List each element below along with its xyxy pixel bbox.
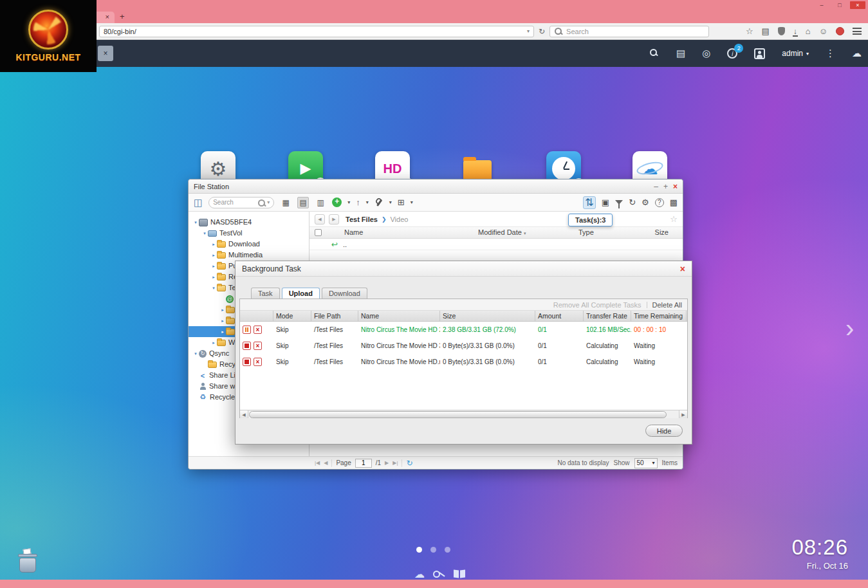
expand-arrow-icon[interactable]: ▸ xyxy=(219,326,226,337)
close-button[interactable]: × xyxy=(680,264,685,274)
bookmark-star-icon[interactable]: ☆ xyxy=(746,26,753,37)
quick-key-icon[interactable] xyxy=(432,568,447,580)
cancel-button[interactable]: × xyxy=(254,358,262,366)
page-dot[interactable] xyxy=(445,547,450,553)
page-size-select[interactable]: 50 ▾ xyxy=(634,458,658,468)
more-options-icon[interactable]: ⋮ xyxy=(826,48,835,59)
copy-move-icon[interactable]: ⊞ xyxy=(398,198,405,208)
downloads-icon[interactable]: ↓ xyxy=(793,28,797,35)
refresh-icon[interactable]: ↻ xyxy=(629,198,636,208)
file-station-titlebar[interactable]: File Station – + × xyxy=(189,179,683,194)
remote-connection-icon[interactable]: ▣ xyxy=(602,198,609,208)
filter-icon[interactable] xyxy=(615,200,623,205)
delete-all-link[interactable]: Delete All xyxy=(652,301,682,309)
chevron-down-icon[interactable]: ▾ xyxy=(366,199,369,205)
columns-icon[interactable]: ▩ xyxy=(670,198,678,208)
next-page-icon[interactable]: ▶ xyxy=(385,460,389,466)
back-button[interactable]: ◀ xyxy=(315,214,325,225)
admin-menu[interactable]: admin ▾ xyxy=(782,49,809,58)
favorite-star-icon[interactable]: ☆ xyxy=(670,214,678,224)
forward-button[interactable]: ▶ xyxy=(329,214,339,225)
expand-arrow-icon[interactable]: ▸ xyxy=(219,304,226,315)
background-task-icon[interactable]: ⇅ xyxy=(583,196,596,209)
column-name[interactable]: Name xyxy=(358,311,440,321)
last-page-icon[interactable]: ▶| xyxy=(392,460,398,466)
tab-close-icon[interactable]: × xyxy=(106,13,109,21)
column-transfer-rate[interactable]: Transfer Rate xyxy=(584,311,631,321)
expand-arrow-icon[interactable]: ▾ xyxy=(192,348,199,359)
file-search-field[interactable]: Search ▾ xyxy=(208,197,274,208)
refresh-icon[interactable]: ↻ xyxy=(406,459,412,468)
select-all-checkbox[interactable] xyxy=(315,229,322,236)
window-maximize-button[interactable]: □ xyxy=(832,1,847,9)
tab-upload[interactable]: Upload xyxy=(282,288,320,299)
cancel-button[interactable]: × xyxy=(254,342,262,350)
adblock-icon[interactable] xyxy=(836,27,844,35)
column-size[interactable]: Size xyxy=(655,228,669,236)
expand-arrow-icon[interactable]: ▸ xyxy=(210,337,217,348)
task-row[interactable]: × Skip /Test Files Nitro Circus The Movi… xyxy=(240,338,687,354)
prev-page-icon[interactable]: ◀ xyxy=(324,460,328,466)
expand-arrow-icon[interactable]: ▸ xyxy=(210,261,217,271)
minimize-button[interactable]: – xyxy=(654,183,658,190)
expand-arrow-icon[interactable]: ▸ xyxy=(210,271,217,282)
shield-icon[interactable] xyxy=(778,27,785,35)
tools-icon[interactable] xyxy=(374,198,383,207)
page-input[interactable] xyxy=(355,459,372,468)
cancel-button[interactable]: × xyxy=(254,326,262,334)
stop-button[interactable] xyxy=(243,342,251,350)
expand-arrow-icon[interactable]: ▾ xyxy=(192,217,199,228)
hide-button[interactable]: Hide xyxy=(645,425,683,437)
scrollbar-thumb[interactable] xyxy=(249,411,667,418)
column-size[interactable]: Size xyxy=(440,311,535,321)
remove-complete-link[interactable]: Remove All Complete Tasks xyxy=(553,301,642,309)
pause-button[interactable] xyxy=(243,326,251,334)
dashboard-cloud-icon[interactable]: ☁ xyxy=(852,48,862,59)
sidebar-item-nas[interactable]: ▾NASD5BFE4 xyxy=(189,217,309,228)
background-task-titlebar[interactable]: Background Task × xyxy=(235,261,692,277)
detail-view-icon[interactable]: ▥ xyxy=(315,197,326,208)
help-icon[interactable]: ? xyxy=(655,198,664,207)
background-tasks-icon[interactable]: ▤ xyxy=(676,48,685,59)
breadcrumb-current[interactable]: Video xyxy=(390,216,408,223)
sidebar-item-download[interactable]: ▸Download xyxy=(189,239,309,250)
chevron-down-icon[interactable]: ▾ xyxy=(389,199,392,205)
column-modified[interactable]: Modified Date ▾ xyxy=(478,228,526,236)
new-tab-button[interactable]: + xyxy=(120,12,125,21)
settings-gear-icon[interactable]: ⚙ xyxy=(642,198,649,208)
expand-arrow-icon[interactable]: ▾ xyxy=(210,282,217,293)
messenger-icon[interactable]: ☺ xyxy=(819,26,827,37)
open-app-tab[interactable]: × xyxy=(98,46,113,61)
column-file-path[interactable]: File Path xyxy=(311,311,358,321)
column-amount[interactable]: Amount xyxy=(535,311,584,321)
window-minimize-button[interactable]: – xyxy=(814,1,829,9)
library-icon[interactable]: ▤ xyxy=(762,26,770,37)
close-button[interactable]: × xyxy=(673,183,678,190)
recycle-bin-desktop-icon[interactable] xyxy=(17,548,39,573)
expand-arrow-icon[interactable]: ▸ xyxy=(210,239,217,250)
page-dot-active[interactable] xyxy=(416,547,422,553)
expand-arrow-icon[interactable]: ▸ xyxy=(210,250,217,261)
sidebar-item-multimedia[interactable]: ▸Multimedia xyxy=(189,250,309,261)
window-close-button[interactable]: × xyxy=(850,1,865,9)
browser-search-field[interactable]: Search xyxy=(549,26,709,37)
column-mode[interactable]: Mode xyxy=(273,311,311,321)
stop-button[interactable] xyxy=(243,358,251,366)
horizontal-scrollbar[interactable]: ◀ ▶ xyxy=(240,410,687,419)
url-dropdown-icon[interactable]: ▾ xyxy=(527,28,530,34)
grid-view-icon[interactable]: ▦ xyxy=(280,197,291,208)
expand-arrow-icon[interactable]: ▸ xyxy=(219,315,226,326)
tab-task[interactable]: Task xyxy=(251,288,280,299)
column-name[interactable]: Name xyxy=(344,228,363,236)
upload-icon[interactable]: ↑ xyxy=(356,198,360,208)
quick-cloud-icon[interactable]: ☁ xyxy=(412,568,427,580)
chevron-down-icon[interactable]: ▾ xyxy=(267,199,270,205)
qts-search-icon[interactable] xyxy=(649,48,660,59)
page-dot[interactable] xyxy=(430,547,436,553)
column-type[interactable]: Type xyxy=(578,228,594,236)
task-row[interactable]: × Skip /Test Files Nitro Circus The Movi… xyxy=(240,354,687,370)
sidebar-item-volume[interactable]: ▾TestVol xyxy=(189,228,309,239)
url-text[interactable]: 80/cgi-bin/ xyxy=(104,28,527,35)
home-icon[interactable]: ⌂ xyxy=(806,26,811,37)
column-time-remaining[interactable]: Time Remaining xyxy=(631,311,687,321)
